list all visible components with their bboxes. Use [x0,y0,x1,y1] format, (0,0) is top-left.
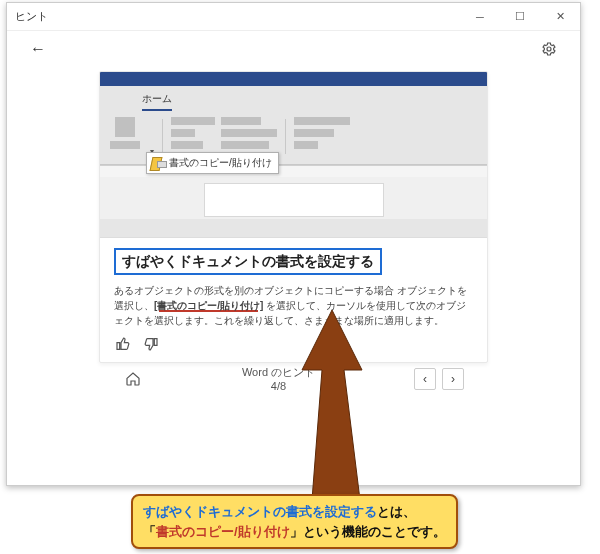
mock-tab-blank [120,94,130,111]
brush-icon [151,157,165,169]
thumbs-up-icon [115,336,131,352]
home-button[interactable] [123,369,143,389]
mock-tab-home: ホーム [142,92,172,111]
mock-page [204,183,384,217]
format-painter-label: 書式のコピー/貼り付け [169,156,272,170]
settings-button[interactable] [536,36,562,62]
window-controls: ─ ☐ ✕ [460,3,580,30]
pager: ‹ › [414,368,464,390]
minimize-button[interactable]: ─ [460,3,500,30]
tip-description: あるオブジェクトの形式を別のオブジェクトにコピーする場合 オブジェクトを選択し、… [114,283,473,328]
mock-document-area [100,177,487,219]
annotation-callout: すばやくドキュメントの書式を設定するとは、 「書式のコピー/貼り付け」という機能… [131,494,458,549]
content-area: ホーム ▾ 書式のコピー/貼り付け [7,67,580,402]
bottom-bar: Word のヒント 4/8 ‹ › [99,363,488,402]
window-title: ヒント [15,9,48,24]
feedback-row [114,328,473,352]
tip-title: すばやくドキュメントの書式を設定する [122,253,374,269]
thumbs-up-button[interactable] [114,336,132,352]
tip-body: すばやくドキュメントの書式を設定する あるオブジェクトの形式を別のオブジェクトに… [100,238,487,362]
tip-pager-text: 4/8 [242,380,315,392]
thumbs-down-icon [143,336,159,352]
format-painter-button: 書式のコピー/貼り付け [146,152,279,174]
chevron-down-icon: ▾ [146,117,154,156]
thumbs-down-button[interactable] [142,336,160,352]
mock-titlebar [100,72,487,86]
page-info: Word のヒント 4/8 [242,365,315,392]
back-button[interactable]: ← [25,36,51,62]
close-button[interactable]: ✕ [540,3,580,30]
home-icon [125,371,141,387]
titlebar: ヒント ─ ☐ ✕ [7,3,580,31]
tip-category: Word のヒント [242,365,315,380]
next-button[interactable]: › [442,368,464,390]
prev-button[interactable]: ‹ [414,368,436,390]
mock-tabs: ホーム [100,86,487,111]
tips-window: ヒント ─ ☐ ✕ ← ホーム ▾ [6,2,581,486]
gear-icon [541,41,557,57]
tip-card: ホーム ▾ 書式のコピー/貼り付け [99,71,488,363]
maximize-button[interactable]: ☐ [500,3,540,30]
svg-point-0 [547,47,551,51]
tip-link-format-painter[interactable]: [書式のコピー/貼り付け] [154,300,263,311]
app-toolbar: ← [7,31,580,67]
tip-title-box: すばやくドキュメントの書式を設定する [114,248,382,275]
mock-word-app: ホーム ▾ 書式のコピー/貼り付け [100,72,487,238]
